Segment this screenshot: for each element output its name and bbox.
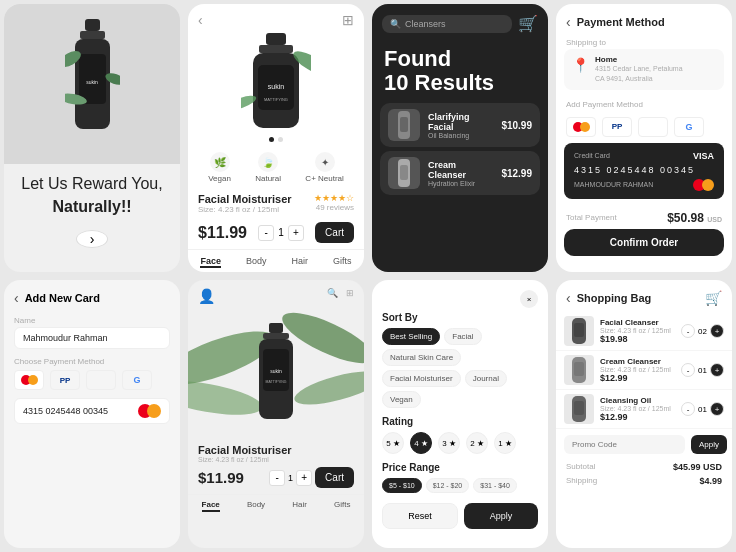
rating-4[interactable]: 4 ★	[410, 432, 432, 454]
add-to-cart-button[interactable]: Cart	[315, 222, 354, 243]
subtotal-value: $45.99 USD	[673, 462, 722, 472]
bag-item-1[interactable]: Facial Cleanser Size: 4.23 fl oz / 125ml…	[556, 312, 732, 351]
paypal-icon[interactable]: PP	[602, 117, 632, 137]
payment-back-btn[interactable]: ‹	[566, 14, 571, 30]
results-count: 10 Results	[384, 70, 494, 95]
bag-qty-minus-2[interactable]: -	[681, 363, 695, 377]
rating-2[interactable]: 2 ★	[466, 432, 488, 454]
svg-rect-25	[263, 333, 289, 339]
shipping-label: Shipping	[566, 476, 597, 486]
nav-body[interactable]: Body	[246, 256, 267, 268]
bag-item-3[interactable]: Cleansing Oil Size: 4.23 fl oz / 125ml $…	[556, 390, 732, 429]
profile-icon[interactable]: 👤	[198, 288, 215, 304]
apply-promo-button[interactable]: Apply	[691, 435, 727, 454]
product2-nav-hair[interactable]: Hair	[292, 500, 307, 512]
hero-tagline-text: Let Us Reward You,	[21, 175, 162, 192]
add-card-google[interactable]: G	[122, 370, 152, 390]
search-icon-2[interactable]: 🔍	[327, 288, 338, 304]
product-image-area: sukin MATTIFYING	[188, 32, 364, 133]
product2-bottle: sukin MATTIFYING	[251, 323, 301, 423]
result-sub-2: Hydration Elixir	[428, 180, 493, 187]
bag-qty-3: - 01 +	[681, 402, 724, 416]
result-item-2[interactable]: Cream Cleanser Hydration Elixir $12.99	[380, 151, 540, 195]
mastercard-icon[interactable]	[566, 117, 596, 137]
nav-face[interactable]: Face	[200, 256, 221, 268]
product2-qty-plus[interactable]: +	[296, 470, 312, 486]
add-card-header: ‹ Add New Card	[14, 290, 170, 306]
search-bar[interactable]: 🔍 Cleansers	[382, 15, 512, 33]
total-row: Total Payment $50.98 USD	[556, 205, 732, 229]
name-field-label: Name	[14, 316, 170, 325]
result-bottle-2	[388, 157, 420, 189]
bag-img-1	[564, 316, 594, 346]
name-field-input[interactable]	[14, 327, 170, 349]
svg-rect-1	[80, 31, 105, 39]
bag-cart-icon[interactable]: 🛒	[705, 290, 722, 306]
bag-name-1: Facial Cleanser	[600, 318, 675, 327]
hero-arrow-button[interactable]: ›	[76, 230, 108, 248]
bag-qty-plus-2[interactable]: +	[710, 363, 724, 377]
close-filter-button[interactable]: ×	[520, 290, 538, 308]
product-back-btn[interactable]: ‹	[198, 12, 203, 28]
shopping-cart-icon[interactable]: 🛒	[518, 14, 538, 33]
add-card-apple[interactable]	[86, 370, 116, 390]
chip-facial[interactable]: Facial	[444, 328, 481, 345]
filter-buttons: Reset Apply	[382, 503, 538, 529]
nav-hair[interactable]: Hair	[291, 256, 308, 268]
price-12-20[interactable]: $12 - $20	[426, 478, 470, 493]
confirm-order-button[interactable]: Confirm Order	[564, 229, 724, 256]
bag-qty-plus-3[interactable]: +	[710, 402, 724, 416]
bag-price-2: $12.99	[600, 373, 675, 383]
result-item-1[interactable]: Clarifying Facial Oil Balancing $10.99	[380, 103, 540, 147]
product-grid-btn[interactable]: ⊞	[342, 12, 354, 28]
add-card-mastercard[interactable]	[14, 370, 44, 390]
product2-cart-btn[interactable]: Cart	[315, 467, 354, 488]
subtotal-row: Subtotal $45.99 USD	[556, 460, 732, 474]
bag-qty-minus-1[interactable]: -	[681, 324, 695, 338]
product2-qty-minus[interactable]: -	[269, 470, 285, 486]
product2-image: sukin MATTIFYING	[188, 308, 364, 438]
google-pay-icon[interactable]: G	[674, 117, 704, 137]
product2-nav-face[interactable]: Face	[202, 500, 220, 512]
chip-vegan[interactable]: Vegan	[382, 391, 421, 408]
result-price-1: $10.99	[501, 120, 532, 131]
price-31-40[interactable]: $31 - $40	[473, 478, 517, 493]
reset-filter-button[interactable]: Reset	[382, 503, 458, 529]
card-number-field[interactable]: 4315 0245448 00345	[14, 398, 170, 424]
product2-nav-gifts[interactable]: Gifts	[334, 500, 350, 512]
tag-vegan: 🌿 Vegan	[208, 152, 231, 183]
bag-item-2[interactable]: Cream Cleanser Size: 4.23 fl oz / 125ml …	[556, 351, 732, 390]
qty-plus[interactable]: +	[288, 225, 304, 241]
nav-gifts[interactable]: Gifts	[333, 256, 352, 268]
price-5-10[interactable]: $5 - $10	[382, 478, 422, 493]
apple-pay-icon[interactable]	[638, 117, 668, 137]
chip-facial-moisturiser[interactable]: Facial Moisturiser	[382, 370, 461, 387]
rating-3[interactable]: 3 ★	[438, 432, 460, 454]
bag-sub-2: Size: 4.23 fl oz / 125ml	[600, 366, 675, 373]
promo-code-input[interactable]	[564, 435, 685, 454]
product-stars: ★★★★☆	[314, 193, 354, 203]
grid-icon[interactable]: ⊞	[346, 288, 354, 304]
total-amount-value: $50.98	[667, 211, 704, 225]
bag-back-btn[interactable]: ‹	[566, 290, 571, 306]
product2-nav-body[interactable]: Body	[247, 500, 265, 512]
qty-minus[interactable]: -	[258, 225, 274, 241]
product-nav: ‹ ⊞	[188, 4, 364, 32]
bag-qty-plus-1[interactable]: +	[710, 324, 724, 338]
card-number: 4315 0245448 00345	[574, 165, 714, 175]
add-card-back-btn[interactable]: ‹	[14, 290, 19, 306]
product-dots	[188, 137, 364, 142]
result-price-2: $12.99	[501, 168, 532, 179]
bag-qty-minus-3[interactable]: -	[681, 402, 695, 416]
add-card-paypal[interactable]: PP	[50, 370, 80, 390]
product-name: Facial Moisturiser	[198, 193, 292, 205]
rating-5[interactable]: 5 ★	[382, 432, 404, 454]
chip-journal[interactable]: Journal	[465, 370, 507, 387]
shipping-box: 📍 Home 4315 Cedar Lane, PetalumaCA 9491,…	[564, 49, 724, 90]
product-bottle-detail: sukin MATTIFYING	[241, 33, 311, 133]
svg-text:MATTIFYING: MATTIFYING	[264, 97, 288, 102]
apply-filter-button[interactable]: Apply	[464, 503, 538, 529]
chip-best-selling[interactable]: Best Selling	[382, 328, 440, 345]
chip-natural-skin-care[interactable]: Natural Skin Care	[382, 349, 461, 366]
rating-1[interactable]: 1 ★	[494, 432, 516, 454]
